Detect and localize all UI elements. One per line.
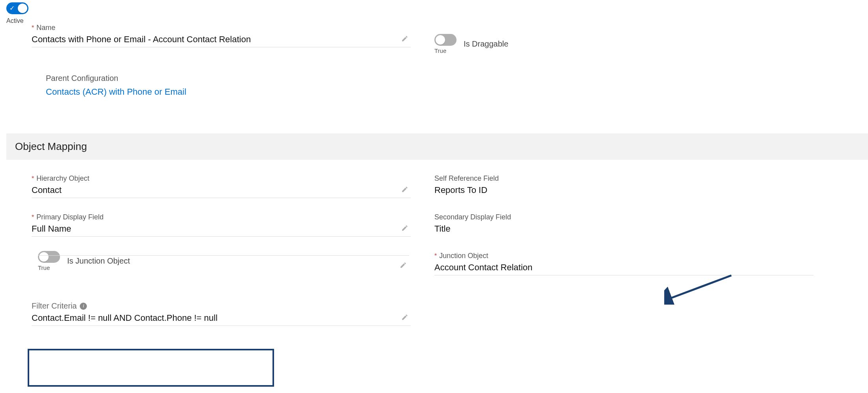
is-junction-object-label: Is Junction Object: [67, 256, 130, 266]
pencil-icon[interactable]: [400, 262, 407, 269]
required-star-icon: *: [32, 24, 34, 32]
info-icon[interactable]: i: [80, 303, 87, 310]
filter-criteria-value-text: Contact.Email != null AND Contact.Phone …: [32, 313, 218, 323]
junction-object-value-text: Account Contact Relation: [434, 262, 532, 272]
pencil-icon[interactable]: [401, 186, 408, 193]
is-draggable-sub: True: [434, 47, 446, 54]
is-draggable-toggle[interactable]: ✓: [434, 34, 457, 46]
primary-display-value[interactable]: Full Name: [32, 224, 411, 237]
filter-criteria-value[interactable]: Contact.Email != null AND Contact.Phone …: [32, 313, 411, 326]
check-icon: ✓: [9, 5, 15, 11]
pencil-icon[interactable]: [401, 314, 408, 321]
parent-config-label: Parent Configuration: [46, 74, 860, 83]
name-value[interactable]: Contacts with Phone or Email - Account C…: [32, 34, 411, 47]
required-star-icon: *: [32, 175, 34, 182]
junction-object-value[interactable]: Account Contact Relation: [434, 262, 814, 275]
active-toggle-label: Active: [6, 17, 28, 24]
hierarchy-object-label-text: Hierarchy Object: [36, 174, 89, 183]
self-reference-value: Reports To ID: [434, 185, 829, 196]
name-label: * Name: [32, 24, 411, 32]
is-draggable-label: Is Draggable: [464, 39, 508, 49]
pencil-icon[interactable]: [401, 225, 408, 232]
parent-config-link[interactable]: Contacts (ACR) with Phone or Email: [46, 87, 186, 97]
name-label-text: Name: [36, 24, 55, 32]
annotation-highlight-box: [28, 349, 274, 387]
junction-object-label: * Junction Object: [434, 252, 829, 260]
name-value-text: Contacts with Phone or Email - Account C…: [32, 34, 251, 44]
primary-display-label: * Primary Display Field: [32, 213, 411, 221]
junction-object-label-text: Junction Object: [439, 252, 488, 260]
primary-display-value-text: Full Name: [32, 224, 71, 234]
hierarchy-object-value[interactable]: Contact: [32, 185, 411, 198]
object-mapping-header: Object Mapping: [6, 133, 868, 160]
filter-criteria-label: Filter Criteria i: [32, 301, 411, 311]
self-reference-label: Self Reference Field: [434, 174, 829, 183]
filter-criteria-label-text: Filter Criteria: [32, 301, 77, 311]
pencil-icon[interactable]: [401, 35, 408, 42]
hierarchy-object-label: * Hierarchy Object: [32, 174, 411, 183]
is-junction-object-sub: True: [38, 264, 50, 271]
required-star-icon: *: [32, 214, 34, 221]
primary-display-label-text: Primary Display Field: [36, 213, 103, 221]
active-toggle[interactable]: ✓: [6, 2, 28, 14]
hierarchy-object-value-text: Contact: [32, 185, 62, 195]
toggle-knob: [436, 35, 445, 45]
secondary-display-value: Title: [434, 224, 829, 234]
toggle-knob: [18, 4, 27, 13]
secondary-display-label: Secondary Display Field: [434, 213, 829, 221]
required-star-icon: *: [434, 253, 437, 260]
